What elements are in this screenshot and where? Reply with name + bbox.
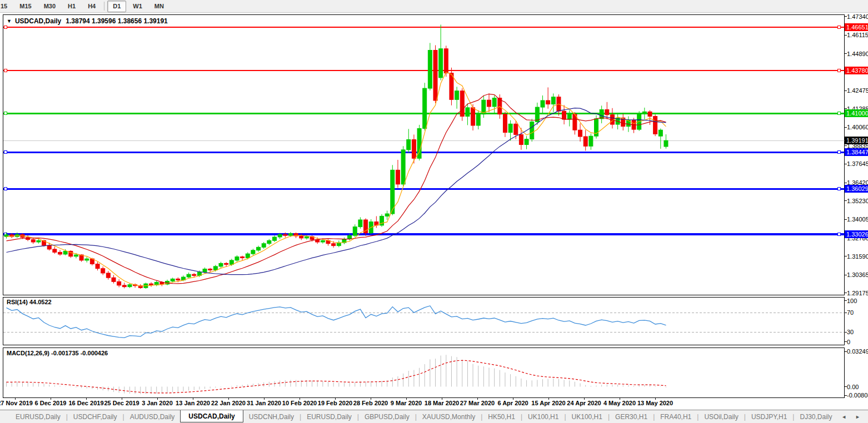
timeframe-button-d1[interactable]: D1 (107, 1, 126, 12)
timeframe-button-w1[interactable]: W1 (127, 1, 148, 12)
chart-window[interactable]: ▼USDCAD,Daily1.38794 1.39596 1.38656 1.3… (0, 13, 868, 410)
timeframe-button-m30[interactable]: M30 (38, 1, 61, 12)
timeframe-toolbar: 15M15M30H1H4D1W1MN (0, 0, 868, 13)
chart-tab-gbpusd-daily[interactable]: GBPUSD,Daily (359, 411, 415, 422)
price-axis-label: 1.46115 (847, 31, 868, 39)
chart-tab-eurusd-daily[interactable]: EURUSD,Daily (10, 411, 66, 422)
date-axis: 27 Nov 20196 Dec 201916 Dec 201925 Dec 2… (0, 400, 868, 410)
price-axis-label: 1.44890 (847, 50, 868, 58)
date-axis-label: 31 Jan 2020 (247, 400, 281, 406)
price-level-badge: 1.46651 (845, 23, 868, 31)
candle (583, 137, 587, 146)
candle (96, 264, 99, 269)
date-axis-label: 18 Mar 2020 (425, 400, 459, 406)
timeframe-button-mn[interactable]: MN (149, 1, 169, 12)
candle (471, 108, 475, 125)
candle (31, 240, 35, 242)
candle (85, 259, 89, 260)
chart-tab-usdjpy-h1[interactable]: USDJPY,H1 (746, 411, 792, 422)
price-axis-label: 1.37645 (847, 160, 868, 168)
date-axis-label: 27 Nov 2019 (0, 400, 33, 406)
chart-tab-hk50-h1[interactable]: HK50,H1 (482, 411, 521, 422)
candle (541, 100, 545, 107)
price-level-badge: 1.36029 (845, 185, 868, 193)
price-chart-canvas[interactable] (0, 13, 868, 410)
candle (241, 257, 245, 258)
chart-tab-uk100-h1[interactable]: UK100,H1 (566, 411, 608, 422)
date-axis-label: 16 Dec 2019 (69, 400, 104, 406)
candle (412, 139, 416, 158)
candle (605, 109, 609, 114)
candle (348, 235, 352, 239)
candle (300, 236, 303, 238)
tab-scroll-controls: ◄► (841, 414, 860, 420)
candle (519, 134, 523, 144)
macd-indicator-label: MACD(12,26,9) -0.001735 -0.000426 (7, 350, 108, 356)
candle (358, 220, 362, 227)
price-axis-label: 1.47340 (847, 13, 868, 21)
price-axis-label: 1.35230 (847, 197, 868, 205)
candle (63, 251, 67, 254)
price-axis-label: 1.40060 (847, 123, 868, 131)
candle (37, 240, 41, 242)
tab-scroll-left-icon[interactable]: ◄ (841, 414, 846, 420)
chart-tab-usdcad-daily[interactable]: USDCAD,Daily (180, 410, 243, 422)
date-axis-label: 15 Apr 2020 (531, 400, 565, 406)
tab-scroll-right-icon[interactable]: ► (855, 414, 860, 420)
candle (176, 279, 180, 280)
rsi-axis-label: 100 (847, 297, 857, 305)
timeframe-button-m15[interactable]: M15 (14, 1, 37, 12)
candle (128, 285, 132, 287)
chart-tab-usdchf-daily[interactable]: USDCHF,Daily (68, 411, 123, 422)
chart-tab-audusd-daily[interactable]: AUDUSD,Daily (124, 411, 181, 422)
macd-axis-label: 0.032493 (847, 348, 868, 355)
candle (664, 140, 668, 147)
chart-symbol-period: USDCAD,Daily (15, 17, 61, 25)
candle (407, 139, 411, 149)
timeframe-button-h4[interactable]: H4 (82, 1, 101, 12)
candle (353, 227, 357, 236)
timeframe-button-h1[interactable]: H1 (62, 1, 81, 12)
chart-tab-bar: EURUSD,Daily|USDCHF,Daily|AUDUSD,DailyUS… (0, 410, 868, 423)
rsi-axis-label: 30 (847, 328, 854, 336)
candle (654, 117, 657, 134)
candle (251, 250, 255, 254)
candle (149, 284, 153, 285)
candle (278, 234, 282, 237)
macd-axis-label: 0.00 (847, 383, 859, 391)
candle (551, 97, 555, 104)
candle (112, 278, 116, 281)
date-axis-label: 24 Apr 2020 (567, 400, 601, 406)
candle (466, 108, 470, 117)
timeframe-button-15[interactable]: 15 (0, 1, 13, 12)
mt4-window: 15M15M30H1H4D1W1MN ▼USDCAD,Daily1.38794 … (0, 0, 868, 423)
chart-dropdown-arrow-icon[interactable]: ▼ (7, 18, 12, 24)
candle (492, 98, 496, 107)
candle (208, 269, 212, 270)
candle (514, 124, 518, 134)
date-axis-label: 25 Dec 2019 (104, 400, 139, 406)
chart-tab-usoil-daily[interactable]: USOil,Daily (699, 411, 744, 422)
candle (659, 130, 662, 136)
chart-tab-ger30-h1[interactable]: GER30,H1 (610, 411, 653, 422)
date-axis-label: 13 Jan 2020 (176, 400, 210, 406)
date-axis-label: 9 Mar 2020 (391, 400, 422, 406)
candle (433, 51, 437, 100)
chart-tab-xauusd-monthly[interactable]: XAUUSD,Monthly (417, 411, 481, 422)
chart-tab-usdcnh-daily[interactable]: USDCNH,Daily (243, 411, 300, 422)
candle (525, 139, 528, 145)
chart-tab-eurusd-daily[interactable]: EURUSD,Daily (301, 411, 357, 422)
candle (530, 122, 534, 139)
candle (305, 236, 308, 238)
candle (648, 112, 652, 116)
candle (460, 91, 464, 117)
candle (122, 285, 126, 287)
price-level-badge: 1.38447 (845, 148, 868, 156)
candle (225, 263, 228, 264)
chart-tab-fra40-h1[interactable]: FRA40,H1 (655, 411, 697, 422)
chart-tab-uk100-h1[interactable]: UK100,H1 (522, 411, 564, 422)
candle (562, 111, 566, 119)
candle (578, 130, 582, 137)
chart-tab-dj30-daily[interactable]: DJ30,Daily (794, 411, 837, 422)
rsi-indicator-label: RSI(14) 44.0522 (7, 299, 52, 305)
